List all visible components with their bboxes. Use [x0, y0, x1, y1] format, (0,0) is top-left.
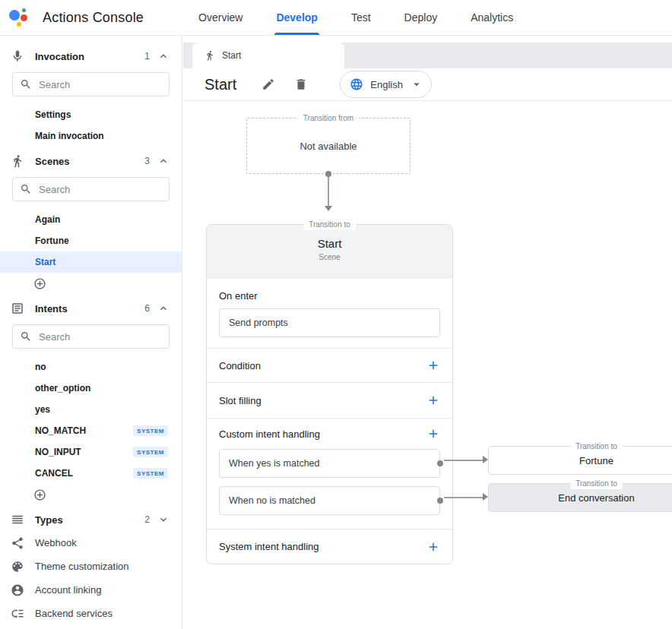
sidebar-section-invocation[interactable]: Invocation 1 — [0, 45, 182, 68]
backend-services-icon — [11, 607, 24, 621]
add-circle-icon — [33, 277, 46, 290]
scene-card-header: Start Scene — [207, 225, 452, 278]
transition-to-label: Transition to — [303, 220, 356, 230]
target-scene-name: Fortune — [579, 455, 613, 466]
arrow-right-icon — [483, 456, 488, 463]
send-prompts-button[interactable]: Send prompts — [219, 308, 440, 337]
sidebar-section-types[interactable]: Types 2 — [0, 508, 182, 531]
language-selector[interactable]: English — [340, 71, 432, 98]
sidebar-item-webhook[interactable]: Webhook — [0, 531, 182, 555]
nav-overview[interactable]: Overview — [197, 0, 244, 35]
intents-search — [12, 324, 170, 349]
intent-label: NO_INPUT — [35, 447, 81, 457]
edit-icon[interactable] — [262, 77, 275, 91]
tab-scene-start[interactable]: Start — [192, 43, 344, 68]
sidebar-item-intent-no-match[interactable]: NO_MATCH SYSTEM — [0, 420, 182, 441]
chevron-down-icon — [157, 514, 170, 526]
connector-line — [444, 497, 483, 498]
add-icon[interactable] — [426, 540, 440, 554]
person-icon — [11, 583, 24, 597]
add-icon[interactable] — [426, 394, 440, 407]
connector-dot — [437, 498, 443, 504]
sidebar-item-account-linking[interactable]: Account linking — [0, 578, 182, 602]
scene-card: Transition to Start Scene On enter Send … — [206, 224, 453, 564]
connector-dot — [325, 171, 331, 177]
add-scene-button[interactable] — [0, 273, 182, 294]
system-intent-handling-label: System intent handling — [219, 541, 319, 552]
language-label: English — [370, 79, 403, 90]
nav-deploy[interactable]: Deploy — [403, 0, 439, 35]
on-enter-label: On enter — [219, 290, 440, 302]
microphone-icon — [11, 49, 24, 63]
sidebar-item-settings[interactable]: Settings — [0, 104, 182, 125]
intent-handler-when-no[interactable]: When no is matched — [219, 486, 440, 515]
section-count: 6 — [144, 303, 150, 314]
sidebar: Invocation 1 Settings Main invocation Sc… — [0, 36, 182, 629]
sidebar-item-intent-cancel[interactable]: CANCEL SYSTEM — [0, 463, 182, 484]
app-title: Actions Console — [43, 10, 144, 26]
sidebar-item-backend-services[interactable]: Backend services — [0, 602, 182, 625]
section-count: 2 — [144, 514, 150, 525]
delete-icon[interactable] — [294, 77, 308, 91]
add-icon[interactable] — [426, 359, 440, 372]
condition-label: Condition — [219, 360, 261, 371]
globe-icon — [350, 77, 363, 91]
tab-strip: Start — [183, 43, 672, 68]
section-label: Scenes — [35, 156, 70, 167]
intents-search-input[interactable] — [39, 331, 162, 343]
sidebar-item-main-invocation[interactable]: Main invocation — [0, 125, 182, 147]
tab-label: Start — [222, 50, 241, 61]
list-icon — [11, 513, 24, 526]
transition-target-fortune[interactable]: Transition to Fortune — [488, 446, 672, 475]
search-icon — [20, 78, 32, 90]
scene-type-label: Scene — [207, 253, 452, 261]
sidebar-item-intent-other-option[interactable]: other_option — [0, 378, 182, 399]
item-label: Theme customization — [35, 561, 129, 572]
add-intent-button[interactable] — [0, 484, 182, 505]
main-panel: Start Start English Transition from Not … — [183, 36, 672, 629]
walking-person-icon — [204, 50, 215, 61]
scenes-search-input[interactable] — [39, 184, 162, 195]
top-bar: Actions Console Overview Develop Test De… — [0, 0, 672, 36]
item-label: Account linking — [35, 584, 101, 596]
nav-develop[interactable]: Develop — [274, 0, 319, 35]
search-icon — [20, 183, 32, 195]
sidebar-item-scene-again[interactable]: Again — [0, 209, 182, 230]
nav-analytics[interactable]: Analytics — [469, 0, 515, 35]
chevron-up-icon — [157, 155, 170, 167]
sidebar-item-theme-customization[interactable]: Theme customization — [0, 555, 182, 578]
nav-test[interactable]: Test — [350, 0, 372, 35]
section-label: Types — [35, 514, 63, 526]
item-label: Backend services — [35, 608, 113, 619]
transition-from-value: Not available — [247, 119, 410, 173]
sidebar-section-intents[interactable]: Intents 6 — [0, 297, 182, 320]
add-circle-icon — [33, 488, 46, 501]
custom-intent-handling-row[interactable]: Custom intent handling — [207, 419, 452, 449]
sidebar-item-scene-fortune[interactable]: Fortune — [0, 230, 182, 251]
scenes-search — [12, 177, 170, 201]
target-scene-name: End conversation — [558, 492, 634, 504]
arrow-down-icon — [325, 206, 332, 211]
handler-label: When no is matched — [229, 495, 315, 506]
add-icon[interactable] — [426, 427, 440, 441]
sidebar-item-intent-yes[interactable]: yes — [0, 399, 182, 420]
sidebar-section-scenes[interactable]: Scenes 3 — [0, 150, 182, 172]
scene-name: Start — [207, 237, 452, 250]
caret-down-icon — [410, 77, 423, 91]
sidebar-item-intent-no-input[interactable]: NO_INPUT SYSTEM — [0, 441, 182, 463]
section-label: Invocation — [35, 51, 84, 62]
arrow-right-icon — [483, 493, 488, 501]
system-badge: SYSTEM — [133, 425, 168, 436]
invocation-search-input[interactable] — [39, 79, 162, 90]
system-intent-handling-row[interactable]: System intent handling — [207, 529, 452, 564]
chevron-up-icon — [157, 50, 170, 62]
item-label: Webhook — [35, 537, 77, 548]
sidebar-item-intent-no[interactable]: no — [0, 356, 182, 378]
connector-line — [444, 460, 483, 461]
transition-target-end-conversation[interactable]: Transition to End conversation — [488, 483, 672, 512]
transition-to-label: Transition to — [570, 441, 623, 452]
intent-handler-when-yes[interactable]: When yes is matched — [219, 449, 440, 478]
slot-filling-row[interactable]: Slot filling — [207, 383, 452, 418]
sidebar-item-scene-start[interactable]: Start — [0, 251, 182, 273]
condition-row[interactable]: Condition — [207, 349, 452, 382]
